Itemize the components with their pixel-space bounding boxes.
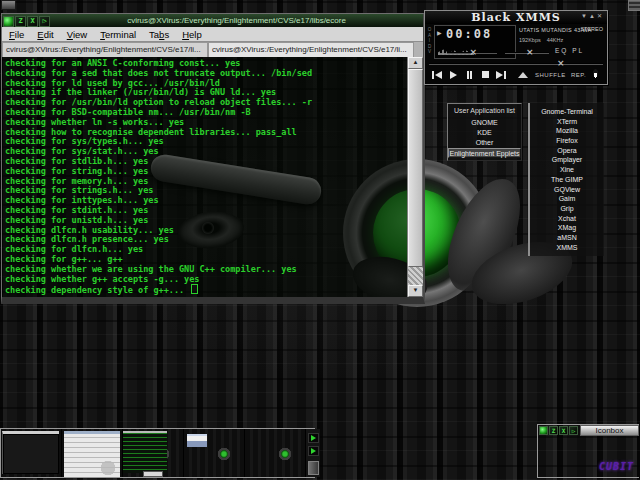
window-close-button[interactable]: X [559,426,568,435]
pager-desktop-1[interactable] [1,429,62,477]
corner-widget-icon[interactable] [628,0,640,11]
xmms-window-buttons[interactable]: ▼▲✕ [581,11,604,22]
desktop: Z X ▷ cvirus@XVirus:/Everything/Enlighte… [0,0,640,480]
user-application-menu: User Application list GNOMEKDEOtherEnlig… [447,103,522,161]
repeat-button[interactable]: REP. [571,72,586,78]
menu-title: User Application list [448,104,521,118]
xmms-stereo-indicator: STEREO [580,26,603,32]
submenu-item-opera[interactable]: Opera [530,146,604,156]
play-button[interactable] [446,68,460,81]
xmms-minimize-icon[interactable]: ▼ [581,13,589,19]
xmms-eq-pl-buttons[interactable]: EQ PL [555,47,584,54]
window-iconify-button[interactable]: Z [549,426,558,435]
epplet-icon[interactable] [308,433,319,443]
menubar-item-file[interactable]: File [9,29,24,40]
iconbox-window: Z X ▷ Iconbox CUBIT [537,424,639,478]
menu-item-enlightenment-epplets[interactable]: Enlightenment Epplets [448,148,521,158]
window-shade-button[interactable]: ▷ [569,426,578,435]
terminal-titlebar[interactable]: Z X ▷ cvirus@XVirus:/Everything/Enlighte… [2,14,423,27]
submenu-item-mozilla[interactable]: Mozilla [530,126,604,136]
pager-desktop-5[interactable] [245,429,306,477]
submenu-item-gmplayer[interactable]: Gmplayer [530,155,604,165]
xmms-time-display[interactable]: 00:08 [446,27,492,41]
previous-button[interactable] [430,68,444,81]
pager-desktop-3[interactable] [123,429,184,477]
submenu-item-gnome-terminal[interactable]: Gnome-Terminal [530,107,604,117]
xmms-shade-icon[interactable]: ▲ [589,13,597,19]
terminal-tab-1[interactable]: cvirus@XVirus:/Everything/Enlightenment/… [2,42,208,57]
window-close-button[interactable]: X [27,16,38,27]
pager-side-strip [306,429,320,477]
shuffle-button[interactable]: SHUFFLE [535,72,566,78]
stop-button[interactable] [478,68,492,81]
pager-mini-window [143,471,163,477]
pager-desktop-4[interactable] [184,429,245,477]
scrollbar-trough[interactable] [408,267,423,285]
menubar-item-view[interactable]: View [67,29,87,40]
play-state-icon: ▶ [437,29,442,36]
pager-mini-window [123,431,167,473]
epplet-icon[interactable] [308,446,319,456]
menu-item-kde[interactable]: KDE [448,128,521,138]
menubar-item-terminal[interactable]: Terminal [100,29,136,40]
window-title: cvirus@XVirus:/Everything/Enlightenment/… [50,16,423,25]
iconbox-title: Iconbox [580,425,639,436]
terminal-scrollbar[interactable]: ▲ ▼ [407,57,423,297]
submenu-item-xterm[interactable]: XTerm [530,117,604,127]
scrollbar-thumb[interactable] [408,69,423,267]
xmms-clutterbar[interactable]: OAIDV [427,27,432,55]
applications-submenu: Gnome-TerminalXTermMozillaFirefoxOperaGm… [528,103,604,256]
submenu-item-xine[interactable]: Xine [530,165,604,175]
submenu-item-xmag[interactable]: XMag [530,223,604,233]
terminal-tab-2[interactable]: cvirus@XVirus:/Everything/Enlightenment/… [208,42,414,57]
xmms-volume-slider[interactable]: × [447,52,497,54]
menu-item-other[interactable]: Other [448,138,521,148]
scroll-down-icon[interactable]: ▼ [408,285,423,297]
xmms-player: Black XMMS ▼▲✕ OAIDV ▶ 00:08 UTATIS MUTA… [424,10,608,85]
submenu-item-grip[interactable]: Grip [530,204,604,214]
submenu-item-gqview[interactable]: GQView [530,185,604,195]
submenu-item-firefox[interactable]: Firefox [530,136,604,146]
balance-handle-icon[interactable]: × [526,47,534,57]
xmms-eq-button[interactable]: EQ [555,47,568,54]
volume-handle-icon[interactable]: × [470,47,478,57]
terminal-tabbar: cvirus@XVirus:/Everything/Enlightenment/… [2,42,423,57]
submenu-item-amsn[interactable]: aMSN [530,233,604,243]
pager-drag-handle[interactable] [308,461,319,475]
window-shade-button[interactable]: ▷ [39,16,50,27]
eject-button[interactable] [516,68,530,81]
menubar-item-tabs[interactable]: Tabs [149,29,169,40]
terminal-body: checking for an ANSI C-conforming const.… [2,57,423,297]
pager-desktop-2[interactable] [62,429,123,477]
window-menu-orb-icon[interactable] [3,16,14,27]
menu-item-gnome[interactable]: GNOME [448,118,521,128]
xmms-frequency: 44KHz [547,37,564,43]
clutterbar-letter[interactable]: V [428,49,431,55]
submenu-item-gaim[interactable]: Gaim [530,194,604,204]
penguin-logo-icon [591,67,600,79]
menubar-item-edit[interactable]: Edit [37,29,53,40]
pager-mini-window [2,431,59,474]
next-button[interactable] [494,68,508,81]
xmms-bitrate: 192Kbps [519,37,541,43]
xmms-pl-button[interactable]: PL [572,47,584,54]
menubar-item-help[interactable]: Help [182,29,202,40]
window-iconify-button[interactable]: Z [15,16,26,27]
terminal-output[interactable]: checking for an ANSI C-conforming const.… [2,57,407,297]
xmms-balance-slider[interactable]: × [505,52,549,54]
xmms-titlebar[interactable]: Black XMMS [425,11,607,24]
submenu-item-xmms[interactable]: XMMS [530,243,604,253]
seek-handle-icon[interactable]: × [557,58,565,68]
submenu-item-the-gimp[interactable]: The GIMP [530,175,604,185]
scroll-up-icon[interactable]: ▲ [408,57,423,69]
iconbox-titlebar[interactable]: Z X ▷ Iconbox [538,425,639,436]
iconified-window-icon[interactable] [1,0,16,10]
terminal-output-line: checking dependency style of g++... [5,284,407,296]
xmms-close-icon[interactable]: ✕ [597,13,604,19]
pager-mini-window [187,434,207,447]
submenu-item-xchat[interactable]: Xchat [530,214,604,224]
terminal-window: Z X ▷ cvirus@XVirus:/Everything/Enlighte… [1,13,425,304]
pause-button[interactable] [462,68,476,81]
xmms-seek-slider[interactable]: × [429,63,603,65]
window-menu-orb-icon[interactable] [539,426,548,435]
